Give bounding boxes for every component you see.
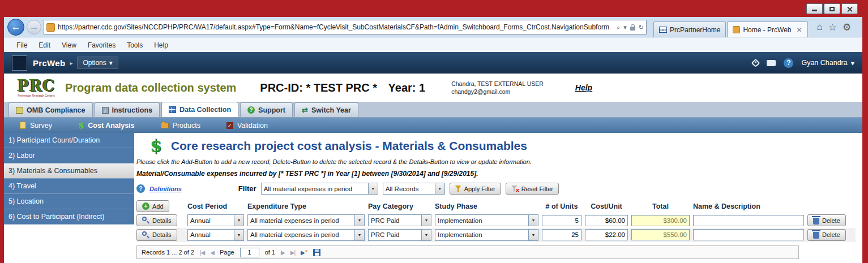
next-page-icon[interactable]: ▶ xyxy=(281,249,285,256)
minimize-button[interactable] xyxy=(806,3,823,14)
close-icon xyxy=(847,6,853,12)
definitions-link[interactable]: Definitions xyxy=(149,186,182,192)
save-icon[interactable] xyxy=(313,249,320,256)
study-phase-value: Implementation xyxy=(435,217,528,224)
refresh-icon[interactable]: ↻ xyxy=(639,24,644,31)
close-button[interactable] xyxy=(841,3,858,14)
delete-button[interactable]: Delete xyxy=(807,229,846,241)
subnav-validation[interactable]: ✓ Validation xyxy=(226,122,268,130)
dollar-icon: $ xyxy=(78,120,84,131)
app-brand[interactable]: PrcWeb xyxy=(33,58,65,68)
study-phase-dropdown[interactable]: Implementation ▼ xyxy=(435,229,538,241)
page-input[interactable] xyxy=(240,248,259,257)
subnav-cost-analysis[interactable]: $ Cost Analysis xyxy=(78,120,135,131)
chevron-down-icon: ▼ xyxy=(421,215,431,226)
tab-switch-year[interactable]: ⇄ Switch Year xyxy=(294,102,358,117)
tab-omb-compliance[interactable]: OMB Compliance xyxy=(8,102,93,117)
add-label: Add xyxy=(152,203,164,210)
delete-label: Delete xyxy=(822,217,840,224)
units-input[interactable] xyxy=(542,215,581,226)
tab-data-collection[interactable]: Data Collection xyxy=(161,102,238,117)
check-icon: ✓ xyxy=(226,122,233,129)
cost-period-value: Annual xyxy=(188,231,234,238)
address-bar[interactable]: https://partner.cdc.gov/Sites/NCCDPHP/PR… xyxy=(44,20,647,35)
cost-period-dropdown[interactable]: Annual ▼ xyxy=(187,214,244,226)
definitions-help-icon[interactable]: ? xyxy=(136,184,145,193)
tab-instructions[interactable]: i Instructions xyxy=(95,102,160,117)
tab-close-icon[interactable]: ✕ xyxy=(797,26,802,34)
breadcrumb-arrow-icon: ▸ xyxy=(70,60,72,66)
expense-filter-dropdown[interactable]: All material expenses in period ▼ xyxy=(261,183,378,195)
chevron-down-icon: ▼ xyxy=(528,215,538,226)
tab-label: Instructions xyxy=(112,106,153,114)
details-button[interactable]: Details xyxy=(136,214,177,226)
cost-unit-input[interactable] xyxy=(585,229,628,240)
funnel-reset-icon: ✕ xyxy=(511,186,519,192)
name-description-input[interactable] xyxy=(693,215,804,226)
pay-category-dropdown[interactable]: PRC Paid ▼ xyxy=(368,229,431,241)
add-button[interactable]: + Add xyxy=(136,200,169,212)
url-text[interactable]: https://partner.cdc.gov/Sites/NCCDPHP/PR… xyxy=(58,23,614,31)
cost-period-dropdown[interactable]: Annual ▼ xyxy=(187,229,244,241)
address-dropdown-icon[interactable]: ▾ xyxy=(623,24,627,31)
sidebar-item-labor[interactable]: 2) Labor xyxy=(4,148,134,163)
records-filter-value: All Records xyxy=(383,186,435,192)
expenditure-type-dropdown[interactable]: All material expenses in period ▼ xyxy=(247,214,365,226)
col-name-description: Name & Description xyxy=(693,202,804,210)
browser-window: ← → https://partner.cdc.gov/Sites/NCCDPH… xyxy=(0,0,868,263)
menu-favorites[interactable]: Favorites xyxy=(82,40,121,51)
study-phase-dropdown[interactable]: Implementation ▼ xyxy=(435,214,538,226)
first-page-icon[interactable]: |◀ xyxy=(200,249,204,256)
last-page-icon[interactable]: ▶| xyxy=(290,249,295,256)
user-menu[interactable]: Gyan Chandra ▾ xyxy=(801,59,854,67)
favorites-star-icon[interactable]: ☆ xyxy=(828,21,837,33)
details-button[interactable]: Details xyxy=(136,229,177,241)
tab-support[interactable]: ? Support xyxy=(240,102,293,117)
name-description-input[interactable] xyxy=(693,229,804,240)
maximize-button[interactable] xyxy=(824,3,840,14)
help-circle-icon[interactable]: ? xyxy=(784,58,793,68)
records-filter-dropdown[interactable]: All Records ▼ xyxy=(383,183,445,195)
browser-tab-prcpartnerhome[interactable]: CDC PrcPartnerHome xyxy=(653,21,726,37)
instruction-text: Please click the Add-Button to add a new… xyxy=(136,158,856,165)
back-button[interactable]: ← xyxy=(7,19,24,36)
sidebar-item-travel[interactable]: 4) Travel xyxy=(4,179,134,194)
menu-help[interactable]: Help xyxy=(148,40,174,51)
message-icon[interactable] xyxy=(767,60,776,66)
forward-button[interactable]: → xyxy=(27,20,41,35)
settings-gear-icon[interactable]: ⚙ xyxy=(843,21,851,33)
sidebar-item-materials-consumables[interactable]: 3) Materials & Consumables xyxy=(4,163,134,179)
cost-unit-input[interactable] xyxy=(585,215,628,226)
delete-button[interactable]: Delete xyxy=(807,214,846,226)
lock-icon xyxy=(630,27,635,31)
options-button[interactable]: Options ▾ xyxy=(77,57,118,69)
sidebar-item-cost-to-participant[interactable]: 6) Cost to Participant (Indirect) xyxy=(4,209,134,225)
prev-page-icon[interactable]: ◀ xyxy=(210,249,214,256)
search-icon[interactable]: ⌕ xyxy=(617,24,620,31)
sidebar-item-participant-count[interactable]: 1) Participant Count/Duration xyxy=(4,133,134,148)
chevron-down-icon: ▼ xyxy=(354,230,364,240)
home-icon[interactable]: ⌂ xyxy=(817,21,823,33)
sidebar-item-location[interactable]: 5) Location xyxy=(4,194,134,209)
prc-id-value: PRC-ID: * TEST PRC * xyxy=(260,81,377,94)
subnav-survey[interactable]: Survey xyxy=(20,122,52,130)
reset-filter-button[interactable]: ✕ Reset Filter xyxy=(506,183,559,195)
menu-view[interactable]: View xyxy=(56,40,82,51)
browser-tab-home-prcweb[interactable]: Home - PrcWeb ✕ xyxy=(727,21,807,37)
cdc-favicon: CDC xyxy=(659,27,667,33)
menu-tools[interactable]: Tools xyxy=(121,40,148,51)
subnav-products[interactable]: Products xyxy=(161,122,200,130)
menu-file[interactable]: File xyxy=(11,40,33,51)
expenditure-type-dropdown[interactable]: All material expenses in period ▼ xyxy=(247,229,365,241)
user-name: Gyan Chandra xyxy=(801,59,847,67)
col-pay-category: Pay Category xyxy=(368,202,431,210)
tag-icon[interactable] xyxy=(751,58,760,67)
subnav-label: Products xyxy=(173,122,200,130)
menu-edit[interactable]: Edit xyxy=(33,40,56,51)
units-input[interactable] xyxy=(542,229,581,240)
apply-filter-button[interactable]: Apply Filter xyxy=(450,183,501,195)
new-record-icon[interactable]: ▶* xyxy=(301,249,307,256)
site-icon xyxy=(46,23,55,32)
pay-category-dropdown[interactable]: PRC Paid ▼ xyxy=(368,214,431,226)
help-link[interactable]: Help xyxy=(575,83,592,92)
